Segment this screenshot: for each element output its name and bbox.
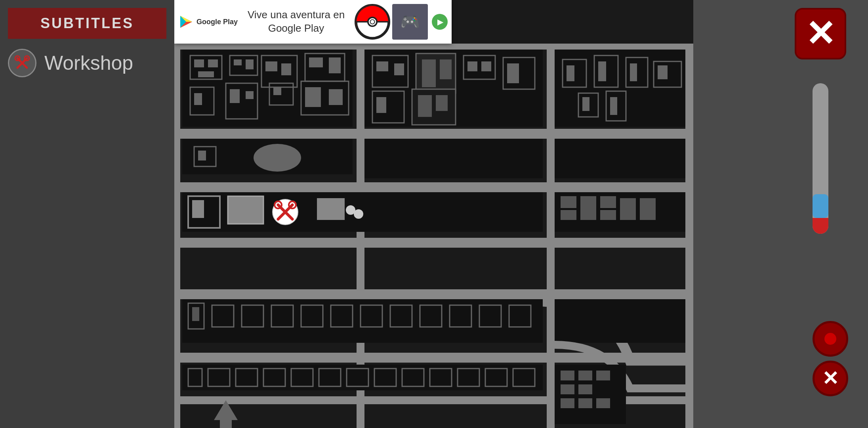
subtitles-label: SUBTITLES	[40, 15, 134, 31]
svg-rect-52	[467, 61, 477, 71]
svg-rect-96	[600, 196, 616, 208]
svg-rect-69	[658, 65, 668, 79]
svg-rect-71	[582, 97, 589, 111]
map	[174, 44, 693, 428]
svg-rect-46	[376, 61, 388, 71]
ad-images: 🎮 ▶	[355, 4, 448, 40]
svg-rect-133	[578, 371, 592, 380]
svg-rect-12	[174, 238, 693, 248]
right-controls: ✕ ✕	[773, 0, 868, 428]
svg-rect-16	[174, 44, 180, 428]
ad-description: Vive una aventura en Google Play	[244, 8, 349, 35]
location-marker[interactable]	[813, 321, 848, 357]
svg-rect-78	[364, 139, 543, 178]
svg-rect-132	[561, 371, 574, 380]
svg-rect-136	[578, 384, 592, 394]
svg-rect-135	[561, 384, 574, 394]
svg-rect-95	[580, 196, 596, 220]
svg-rect-26	[234, 59, 242, 65]
svg-rect-50	[440, 59, 452, 79]
svg-rect-35	[194, 93, 202, 105]
svg-rect-63	[567, 65, 574, 81]
svg-rect-11	[174, 182, 693, 192]
svg-rect-97	[600, 210, 616, 220]
svg-rect-40	[273, 87, 281, 95]
svg-rect-99	[640, 198, 656, 220]
svg-rect-73	[610, 97, 617, 115]
google-play-label: Google Play	[196, 18, 238, 26]
cancel-button[interactable]: ✕	[813, 361, 848, 396]
svg-rect-9	[174, 44, 693, 50]
svg-rect-47	[394, 63, 404, 75]
svg-rect-49	[422, 59, 436, 87]
sidebar: SUBTITLES Workshop	[0, 0, 174, 428]
ad-banner[interactable]: Google Play Vive una aventura en Google …	[174, 0, 452, 44]
svg-rect-18	[547, 44, 555, 428]
svg-rect-98	[620, 198, 636, 220]
scrollbar-thumb-red	[813, 218, 828, 234]
svg-rect-23	[208, 59, 218, 67]
google-play-logo: Google Play	[178, 14, 238, 30]
svg-rect-13	[174, 289, 693, 299]
svg-rect-65	[598, 61, 606, 81]
svg-rect-43	[329, 89, 343, 105]
pokeball-image	[355, 4, 390, 40]
google-play-icon	[178, 14, 194, 30]
svg-rect-57	[376, 97, 386, 113]
pokeball-svg	[356, 4, 389, 40]
scrollbar-thumb-blue	[813, 194, 828, 218]
svg-rect-134	[596, 371, 610, 380]
bottom-controls: ✕	[813, 321, 848, 396]
svg-rect-94	[561, 210, 576, 220]
svg-rect-32	[309, 57, 323, 67]
map-container: Google Play Vive una aventura en Google …	[174, 0, 693, 428]
location-dot	[824, 333, 836, 345]
workshop-icon	[8, 49, 36, 77]
svg-rect-93	[561, 196, 576, 208]
close-icon: ✕	[805, 16, 835, 52]
svg-point-7	[370, 19, 374, 24]
svg-rect-137	[561, 398, 574, 408]
svg-rect-19	[685, 44, 693, 428]
svg-rect-102	[192, 307, 199, 321]
svg-rect-89	[317, 198, 345, 220]
svg-rect-59	[418, 95, 432, 117]
workshop-label: Workshop	[44, 52, 133, 75]
svg-rect-79	[555, 139, 685, 178]
svg-rect-55	[507, 63, 519, 83]
ad-play-button[interactable]: ▶	[432, 14, 448, 30]
svg-rect-37	[230, 89, 240, 103]
svg-rect-27	[246, 59, 254, 69]
svg-rect-29	[265, 61, 277, 71]
svg-rect-14	[174, 353, 693, 363]
svg-rect-139	[596, 398, 610, 408]
svg-rect-76	[198, 151, 206, 160]
game-thumbnail: 🎮	[392, 4, 428, 40]
svg-rect-22	[194, 59, 204, 67]
play-icon: ▶	[437, 17, 443, 27]
svg-rect-60	[436, 95, 448, 111]
svg-rect-53	[481, 61, 491, 71]
svg-rect-38	[246, 91, 254, 99]
svg-rect-83	[228, 196, 263, 224]
svg-rect-114	[555, 299, 685, 343]
subtitles-bar: SUBTITLES	[8, 8, 166, 39]
svg-rect-33	[329, 57, 341, 73]
cancel-icon: ✕	[822, 369, 839, 388]
wrench-icon	[12, 53, 32, 73]
svg-rect-138	[578, 398, 592, 408]
svg-rect-82	[192, 200, 204, 218]
svg-rect-10	[174, 129, 693, 139]
svg-rect-67	[630, 63, 637, 81]
svg-rect-130	[220, 420, 232, 428]
workshop-item[interactable]: Workshop	[0, 43, 174, 83]
svg-rect-30	[281, 63, 291, 75]
scrollbar-track[interactable]	[813, 83, 828, 234]
close-button[interactable]: ✕	[795, 8, 846, 59]
svg-rect-42	[305, 87, 321, 107]
svg-point-77	[254, 144, 301, 172]
svg-point-91	[346, 205, 355, 215]
svg-rect-24	[198, 71, 214, 77]
